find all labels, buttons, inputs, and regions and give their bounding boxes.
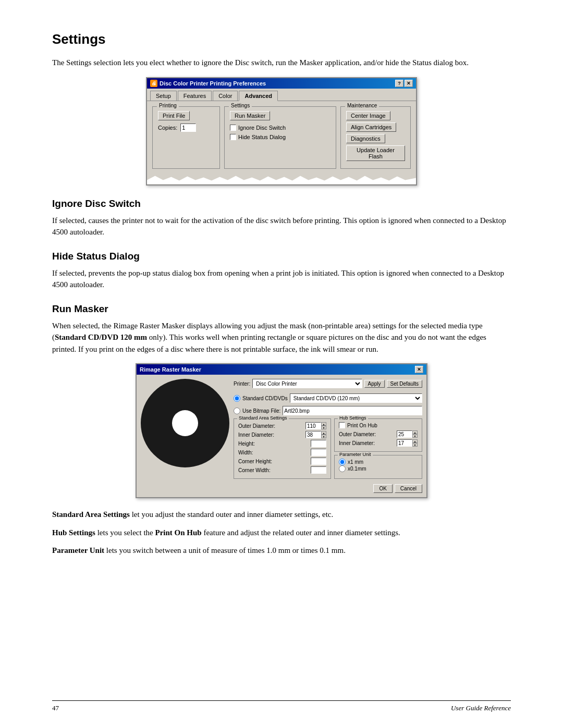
maintenance-legend: Maintenance bbox=[345, 103, 379, 108]
update-loader-flash-button[interactable]: Update Loader Flash bbox=[346, 145, 405, 161]
param-x01mm-radio[interactable] bbox=[339, 465, 346, 472]
outer-diameter-label: Outer Diameter: bbox=[238, 423, 275, 429]
masker-title: Rimage Raster Masker bbox=[140, 366, 201, 373]
corner-width-input[interactable] bbox=[311, 466, 326, 474]
set-defaults-button[interactable]: Set Defaults bbox=[387, 380, 422, 388]
width-input[interactable] bbox=[311, 449, 326, 456]
printer-row: Printer: Disc Color Printer Apply Set De… bbox=[234, 379, 422, 388]
inner-diameter-down[interactable]: ▼ bbox=[321, 435, 326, 438]
hub-settings-legend: Hub Settings bbox=[338, 415, 368, 421]
hide-status-dialog-body: If selected, prevents the pop-up status … bbox=[52, 267, 511, 291]
hub-settings-bold: Hub Settings bbox=[52, 528, 95, 537]
page-number: 47 bbox=[52, 704, 59, 712]
run-masker-button[interactable]: Run Masker bbox=[230, 111, 270, 120]
tab-setup[interactable]: Setup bbox=[150, 91, 177, 101]
hub-outer-down[interactable]: ▼ bbox=[412, 434, 418, 438]
inner-diameter-label: Inner Diameter: bbox=[238, 432, 274, 438]
settings-section: Settings Run Masker Ignore Disc Switch H… bbox=[224, 106, 336, 169]
align-cartridges-button[interactable]: Align Cartridges bbox=[346, 122, 396, 132]
printing-legend: Printing bbox=[157, 103, 179, 108]
print-file-button[interactable]: Print File bbox=[158, 111, 190, 120]
hub-inner-diameter-input[interactable] bbox=[397, 439, 412, 447]
height-label: Height: bbox=[238, 441, 255, 447]
hub-inner-down[interactable]: ▼ bbox=[412, 443, 418, 447]
run-masker-body: When selected, the Rimage Raster Masker … bbox=[52, 320, 511, 355]
print-on-hub-label: Print On Hub bbox=[347, 423, 377, 428]
parameter-unit-section: Parameter Unit x1 mm x0.1mm bbox=[334, 455, 422, 479]
center-image-button[interactable]: Center Image bbox=[346, 111, 390, 120]
outer-diameter-input[interactable] bbox=[305, 422, 321, 429]
outer-diameter-up[interactable]: ▲ bbox=[321, 422, 326, 426]
masker-close-button[interactable]: ✕ bbox=[415, 366, 423, 373]
page-title: Settings bbox=[52, 31, 511, 47]
copies-input[interactable] bbox=[180, 124, 196, 132]
bitmap-input[interactable] bbox=[283, 406, 422, 415]
apply-button[interactable]: Apply bbox=[364, 380, 385, 388]
ignore-disc-switch-heading: Ignore Disc Switch bbox=[52, 198, 511, 209]
standard-area-legend: Standard Area Settings bbox=[237, 415, 289, 421]
radio-bitmap[interactable] bbox=[234, 408, 240, 414]
disc-preview bbox=[141, 379, 229, 467]
tab-features[interactable]: Features bbox=[178, 91, 212, 101]
print-on-hub-bold: Print On Hub bbox=[155, 528, 202, 537]
param-x1mm-row: x1 mm bbox=[339, 459, 418, 465]
diagnostics-button[interactable]: Diagnostics bbox=[346, 134, 385, 143]
radio-bitmap-label: Use Bitmap File: bbox=[242, 408, 280, 414]
print-on-hub-checkbox[interactable] bbox=[339, 422, 345, 428]
hub-settings-text: Hub Settings lets you select the Print O… bbox=[52, 527, 511, 539]
standard-cd-dvd-bold: Standard CD/DVD 120 mm bbox=[55, 333, 147, 341]
hub-inner-up[interactable]: ▲ bbox=[412, 439, 418, 443]
hub-inner-diameter-row: Inner Diameter: ▲ ▼ bbox=[339, 439, 418, 447]
hub-outer-diameter-label: Outer Diameter: bbox=[339, 431, 376, 437]
copies-label: Copies: bbox=[158, 125, 177, 131]
ok-cancel-row: OK Cancel bbox=[234, 484, 422, 493]
tab-color[interactable]: Color bbox=[213, 91, 238, 101]
masker-dialog: Rimage Raster Masker ✕ Printer: Disc Col… bbox=[136, 363, 427, 498]
radio-standard[interactable] bbox=[234, 395, 240, 402]
height-row: Height: bbox=[238, 440, 326, 447]
maintenance-section: Maintenance Center Image Align Cartridge… bbox=[340, 106, 411, 169]
inner-diameter-row: Inner Diameter: ▲ ▼ bbox=[238, 431, 326, 438]
width-row: Width: bbox=[238, 449, 326, 456]
radio-standard-row: Standard CD/DVDs Standard CD/DVD (120 mm… bbox=[234, 393, 422, 403]
parameter-unit-bold: Parameter Unit bbox=[52, 546, 104, 554]
height-input[interactable] bbox=[311, 440, 326, 447]
copies-row: Copies: bbox=[158, 124, 214, 132]
width-label: Width: bbox=[238, 450, 253, 455]
hub-outer-up[interactable]: ▲ bbox=[412, 430, 418, 434]
titlebar-buttons: ? ✕ bbox=[395, 80, 413, 87]
help-button[interactable]: ? bbox=[395, 80, 403, 87]
hub-outer-diameter-input[interactable] bbox=[397, 430, 412, 438]
standard-dropdown[interactable]: Standard CD/DVD (120 mm) bbox=[290, 393, 422, 403]
guide-title: User Guide Reference bbox=[451, 704, 511, 712]
corner-height-input[interactable] bbox=[311, 458, 326, 465]
close-button[interactable]: ✕ bbox=[405, 80, 413, 87]
dialog-title: Disc Color Printer Printing Preferences bbox=[160, 80, 266, 87]
ignore-disc-switch-checkbox[interactable] bbox=[230, 125, 236, 131]
hub-outer-diameter-row: Outer Diameter: ▲ ▼ bbox=[339, 430, 418, 438]
outer-diameter-row: Outer Diameter: ▲ ▼ bbox=[238, 422, 326, 429]
corner-width-label: Corner Width: bbox=[238, 467, 271, 473]
standard-area-section: Standard Area Settings Outer Diameter: ▲… bbox=[234, 418, 331, 479]
outer-diameter-down[interactable]: ▼ bbox=[321, 426, 326, 429]
parameter-unit-text: Parameter Unit lets you switch between a… bbox=[52, 545, 511, 557]
inner-diameter-up[interactable]: ▲ bbox=[321, 431, 326, 435]
printer-select[interactable]: Disc Color Printer bbox=[252, 379, 362, 388]
radio-bitmap-row: Use Bitmap File: bbox=[234, 406, 422, 415]
tab-advanced[interactable]: Advanced bbox=[239, 91, 278, 101]
ok-button[interactable]: OK bbox=[373, 484, 392, 493]
hide-status-dialog-row: Hide Status Dialog bbox=[230, 134, 331, 140]
param-x01mm-label: x0.1mm bbox=[348, 466, 366, 472]
printing-preferences-dialog: 🖨 Disc Color Printer Printing Preference… bbox=[146, 77, 417, 186]
inner-diameter-input[interactable] bbox=[305, 431, 321, 438]
hide-status-dialog-label: Hide Status Dialog bbox=[238, 134, 286, 140]
hide-status-dialog-checkbox[interactable] bbox=[230, 134, 236, 140]
hub-settings-section: Hub Settings Print On Hub Outer Diameter… bbox=[334, 418, 422, 452]
page-content: Settings The Settings selection lets you… bbox=[0, 0, 563, 604]
hub-parameter-column: Hub Settings Print On Hub Outer Diameter… bbox=[334, 418, 422, 479]
print-on-hub-row: Print On Hub bbox=[339, 422, 418, 428]
run-masker-heading: Run Masker bbox=[52, 303, 511, 315]
dialog-body: Printing Print File Copies: Settings Run… bbox=[147, 101, 416, 174]
param-x1mm-radio[interactable] bbox=[339, 459, 346, 465]
cancel-button[interactable]: Cancel bbox=[395, 484, 422, 493]
